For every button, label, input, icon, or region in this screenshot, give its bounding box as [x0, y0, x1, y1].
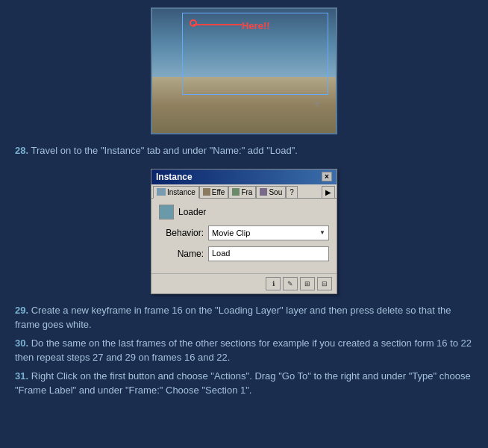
edit-icon: ✎ — [287, 280, 293, 287]
behavior-row: Behavior: Movie Clip ▼ — [159, 225, 329, 240]
step-28-text: 28. Travel on to the "Instance" tab and … — [15, 143, 473, 158]
here-label: Here!! — [242, 20, 270, 31]
step-31: 31. Right Click on the first button and … — [15, 369, 473, 398]
step-30-number: 30. — [15, 337, 28, 349]
tab-effect-label: Effe — [212, 188, 225, 196]
tutorial-screenshot: Here!! + — [151, 7, 337, 134]
step-31-text: Right Click on the first button and choo… — [15, 370, 471, 396]
tab-sound-label: Sou — [269, 188, 282, 196]
name-value: Load — [212, 249, 230, 258]
frame-tab-icon — [232, 188, 240, 196]
step-31-number: 31. — [15, 370, 28, 382]
step-29-text: Create a new keyframe in frame 16 on the… — [15, 305, 451, 331]
info-button[interactable]: ℹ — [266, 277, 281, 290]
dialog-area: Instance × Instance Effe Fra So — [15, 169, 473, 294]
name-label: Name: — [159, 249, 204, 259]
screenshot-area: Here!! + — [15, 7, 473, 134]
behavior-select[interactable]: Movie Clip ▼ — [208, 225, 329, 240]
add-button[interactable]: ⊞ — [300, 277, 315, 290]
tab-help-label: ? — [290, 188, 294, 196]
tab-help[interactable]: ? — [286, 186, 298, 198]
select-arrow-icon: ▼ — [319, 229, 325, 236]
steps-bottom: 29. Create a new keyframe in frame 16 on… — [15, 303, 473, 398]
here-circle — [190, 19, 197, 27]
instance-dialog: Instance × Instance Effe Fra So — [151, 169, 337, 294]
loader-text: Loader — [178, 207, 206, 217]
step-28-number: 28. — [15, 145, 28, 156]
step-30: 30. Do the same on the last frames of th… — [15, 336, 473, 365]
step-30-text: Do the same on the last frames of the ot… — [15, 337, 472, 364]
edit-button[interactable]: ✎ — [283, 277, 298, 290]
here-arrow — [193, 24, 242, 25]
tab-arrow-right[interactable]: ▶ — [322, 186, 335, 198]
loader-row: Loader — [159, 205, 329, 220]
dialog-title: Instance — [156, 172, 193, 182]
delete-icon: ⊟ — [322, 280, 328, 287]
dialog-close-button[interactable]: × — [322, 172, 332, 181]
dialog-tabs: Instance Effe Fra Sou ? ▶ — [151, 184, 337, 199]
step-29: 29. Create a new keyframe in frame 16 on… — [15, 303, 473, 332]
add-icon: ⊞ — [304, 280, 310, 287]
step-29-number: 29. — [15, 305, 28, 316]
tab-frame-label: Fra — [241, 188, 252, 196]
name-input[interactable]: Load — [208, 246, 329, 261]
sound-tab-icon — [260, 188, 267, 196]
delete-button[interactable]: ⊟ — [317, 277, 332, 290]
behavior-label: Behavior: — [159, 228, 204, 238]
instance-tab-icon — [157, 188, 166, 196]
info-icon: ℹ — [272, 280, 275, 287]
crosshair-icon: + — [314, 97, 321, 111]
tab-frame[interactable]: Fra — [228, 186, 256, 198]
loader-icon — [159, 205, 174, 220]
tab-instance[interactable]: Instance — [153, 186, 199, 199]
behavior-value: Movie Clip — [212, 228, 250, 237]
main-container: Here!! + 28. Travel on to the "Instance"… — [0, 0, 488, 448]
tab-sound[interactable]: Sou — [256, 186, 286, 198]
dialog-titlebar: Instance × — [151, 169, 337, 184]
tab-instance-label: Instance — [167, 188, 195, 196]
dialog-body: Loader Behavior: Movie Clip ▼ Name: Load — [151, 199, 337, 273]
name-row: Name: Load — [159, 246, 329, 261]
tab-effect[interactable]: Effe — [199, 186, 229, 198]
dialog-footer: ℹ ✎ ⊞ ⊟ — [151, 273, 337, 293]
effect-tab-icon — [203, 188, 210, 196]
